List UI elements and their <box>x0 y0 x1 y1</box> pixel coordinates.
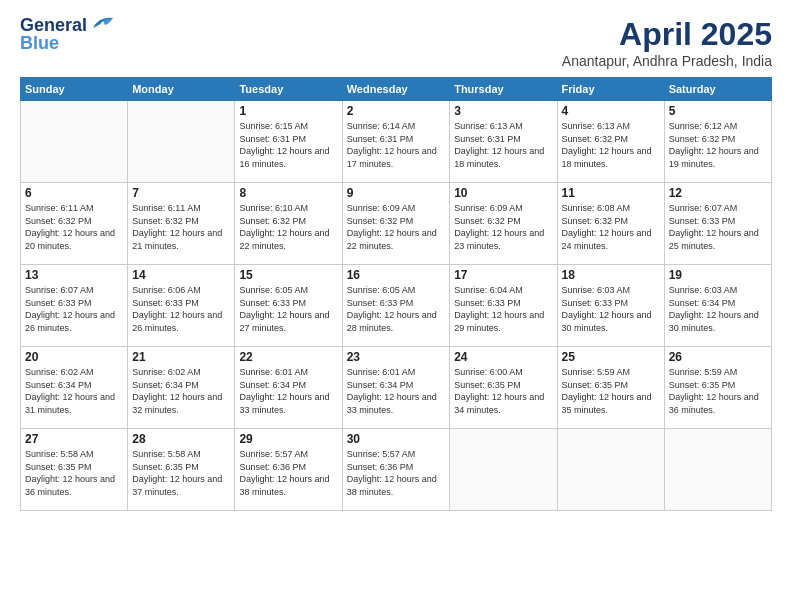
title-section: April 2025 Anantapur, Andhra Pradesh, In… <box>562 16 772 69</box>
day-number: 18 <box>562 268 660 282</box>
header-saturday: Saturday <box>664 78 771 101</box>
day-info: Sunrise: 6:02 AMSunset: 6:34 PMDaylight:… <box>132 366 230 416</box>
calendar-cell: 24 Sunrise: 6:00 AMSunset: 6:35 PMDaylig… <box>450 347 557 429</box>
header-wednesday: Wednesday <box>342 78 449 101</box>
calendar-cell: 19 Sunrise: 6:03 AMSunset: 6:34 PMDaylig… <box>664 265 771 347</box>
calendar-cell: 17 Sunrise: 6:04 AMSunset: 6:33 PMDaylig… <box>450 265 557 347</box>
day-info: Sunrise: 6:12 AMSunset: 6:32 PMDaylight:… <box>669 120 767 170</box>
day-info: Sunrise: 6:04 AMSunset: 6:33 PMDaylight:… <box>454 284 552 334</box>
day-number: 30 <box>347 432 445 446</box>
day-number: 20 <box>25 350 123 364</box>
page-header: General Blue April 2025 Anantapur, Andhr… <box>20 16 772 69</box>
day-number: 26 <box>669 350 767 364</box>
header-monday: Monday <box>128 78 235 101</box>
calendar-cell: 8 Sunrise: 6:10 AMSunset: 6:32 PMDayligh… <box>235 183 342 265</box>
month-title: April 2025 <box>562 16 772 53</box>
day-info: Sunrise: 6:15 AMSunset: 6:31 PMDaylight:… <box>239 120 337 170</box>
day-number: 9 <box>347 186 445 200</box>
calendar-week-row: 1 Sunrise: 6:15 AMSunset: 6:31 PMDayligh… <box>21 101 772 183</box>
day-number: 10 <box>454 186 552 200</box>
day-info: Sunrise: 6:05 AMSunset: 6:33 PMDaylight:… <box>347 284 445 334</box>
day-info: Sunrise: 6:13 AMSunset: 6:32 PMDaylight:… <box>562 120 660 170</box>
calendar-week-row: 13 Sunrise: 6:07 AMSunset: 6:33 PMDaylig… <box>21 265 772 347</box>
day-number: 25 <box>562 350 660 364</box>
calendar-cell: 3 Sunrise: 6:13 AMSunset: 6:31 PMDayligh… <box>450 101 557 183</box>
calendar-cell: 18 Sunrise: 6:03 AMSunset: 6:33 PMDaylig… <box>557 265 664 347</box>
calendar-cell <box>450 429 557 511</box>
day-info: Sunrise: 6:05 AMSunset: 6:33 PMDaylight:… <box>239 284 337 334</box>
header-sunday: Sunday <box>21 78 128 101</box>
day-number: 23 <box>347 350 445 364</box>
day-number: 11 <box>562 186 660 200</box>
day-number: 13 <box>25 268 123 282</box>
calendar-cell: 20 Sunrise: 6:02 AMSunset: 6:34 PMDaylig… <box>21 347 128 429</box>
day-number: 1 <box>239 104 337 118</box>
day-info: Sunrise: 6:02 AMSunset: 6:34 PMDaylight:… <box>25 366 123 416</box>
calendar-cell: 28 Sunrise: 5:58 AMSunset: 6:35 PMDaylig… <box>128 429 235 511</box>
day-number: 28 <box>132 432 230 446</box>
calendar-cell: 16 Sunrise: 6:05 AMSunset: 6:33 PMDaylig… <box>342 265 449 347</box>
day-number: 4 <box>562 104 660 118</box>
day-number: 3 <box>454 104 552 118</box>
calendar-cell <box>128 101 235 183</box>
day-number: 12 <box>669 186 767 200</box>
calendar-cell: 14 Sunrise: 6:06 AMSunset: 6:33 PMDaylig… <box>128 265 235 347</box>
day-number: 7 <box>132 186 230 200</box>
day-info: Sunrise: 6:06 AMSunset: 6:33 PMDaylight:… <box>132 284 230 334</box>
day-number: 22 <box>239 350 337 364</box>
calendar-cell: 29 Sunrise: 5:57 AMSunset: 6:36 PMDaylig… <box>235 429 342 511</box>
logo-bird-icon <box>89 14 117 32</box>
calendar-cell: 11 Sunrise: 6:08 AMSunset: 6:32 PMDaylig… <box>557 183 664 265</box>
calendar-cell <box>21 101 128 183</box>
logo-text-general: General <box>20 16 87 34</box>
logo: General Blue <box>20 16 117 53</box>
calendar-cell: 25 Sunrise: 5:59 AMSunset: 6:35 PMDaylig… <box>557 347 664 429</box>
calendar-week-row: 6 Sunrise: 6:11 AMSunset: 6:32 PMDayligh… <box>21 183 772 265</box>
day-number: 2 <box>347 104 445 118</box>
header-friday: Friday <box>557 78 664 101</box>
day-number: 29 <box>239 432 337 446</box>
calendar-week-row: 27 Sunrise: 5:58 AMSunset: 6:35 PMDaylig… <box>21 429 772 511</box>
header-tuesday: Tuesday <box>235 78 342 101</box>
day-number: 21 <box>132 350 230 364</box>
day-info: Sunrise: 6:11 AMSunset: 6:32 PMDaylight:… <box>25 202 123 252</box>
calendar-cell <box>664 429 771 511</box>
header-thursday: Thursday <box>450 78 557 101</box>
calendar-cell: 2 Sunrise: 6:14 AMSunset: 6:31 PMDayligh… <box>342 101 449 183</box>
day-number: 8 <box>239 186 337 200</box>
day-info: Sunrise: 6:01 AMSunset: 6:34 PMDaylight:… <box>347 366 445 416</box>
calendar-cell: 6 Sunrise: 6:11 AMSunset: 6:32 PMDayligh… <box>21 183 128 265</box>
calendar-cell: 23 Sunrise: 6:01 AMSunset: 6:34 PMDaylig… <box>342 347 449 429</box>
day-number: 5 <box>669 104 767 118</box>
day-number: 17 <box>454 268 552 282</box>
day-info: Sunrise: 6:03 AMSunset: 6:34 PMDaylight:… <box>669 284 767 334</box>
day-number: 24 <box>454 350 552 364</box>
day-info: Sunrise: 6:08 AMSunset: 6:32 PMDaylight:… <box>562 202 660 252</box>
calendar-cell <box>557 429 664 511</box>
day-info: Sunrise: 5:58 AMSunset: 6:35 PMDaylight:… <box>132 448 230 498</box>
day-info: Sunrise: 6:10 AMSunset: 6:32 PMDaylight:… <box>239 202 337 252</box>
calendar-cell: 22 Sunrise: 6:01 AMSunset: 6:34 PMDaylig… <box>235 347 342 429</box>
day-info: Sunrise: 6:09 AMSunset: 6:32 PMDaylight:… <box>347 202 445 252</box>
day-info: Sunrise: 5:58 AMSunset: 6:35 PMDaylight:… <box>25 448 123 498</box>
calendar-header-row: Sunday Monday Tuesday Wednesday Thursday… <box>21 78 772 101</box>
day-info: Sunrise: 6:14 AMSunset: 6:31 PMDaylight:… <box>347 120 445 170</box>
day-info: Sunrise: 6:01 AMSunset: 6:34 PMDaylight:… <box>239 366 337 416</box>
calendar-table: Sunday Monday Tuesday Wednesday Thursday… <box>20 77 772 511</box>
calendar-cell: 15 Sunrise: 6:05 AMSunset: 6:33 PMDaylig… <box>235 265 342 347</box>
day-info: Sunrise: 5:57 AMSunset: 6:36 PMDaylight:… <box>239 448 337 498</box>
calendar-cell: 1 Sunrise: 6:15 AMSunset: 6:31 PMDayligh… <box>235 101 342 183</box>
day-info: Sunrise: 6:11 AMSunset: 6:32 PMDaylight:… <box>132 202 230 252</box>
calendar-cell: 30 Sunrise: 5:57 AMSunset: 6:36 PMDaylig… <box>342 429 449 511</box>
calendar-cell: 9 Sunrise: 6:09 AMSunset: 6:32 PMDayligh… <box>342 183 449 265</box>
calendar-week-row: 20 Sunrise: 6:02 AMSunset: 6:34 PMDaylig… <box>21 347 772 429</box>
day-info: Sunrise: 6:07 AMSunset: 6:33 PMDaylight:… <box>669 202 767 252</box>
day-number: 27 <box>25 432 123 446</box>
day-info: Sunrise: 5:59 AMSunset: 6:35 PMDaylight:… <box>562 366 660 416</box>
calendar-cell: 5 Sunrise: 6:12 AMSunset: 6:32 PMDayligh… <box>664 101 771 183</box>
calendar-cell: 10 Sunrise: 6:09 AMSunset: 6:32 PMDaylig… <box>450 183 557 265</box>
calendar-cell: 21 Sunrise: 6:02 AMSunset: 6:34 PMDaylig… <box>128 347 235 429</box>
day-number: 14 <box>132 268 230 282</box>
day-number: 6 <box>25 186 123 200</box>
day-info: Sunrise: 6:03 AMSunset: 6:33 PMDaylight:… <box>562 284 660 334</box>
